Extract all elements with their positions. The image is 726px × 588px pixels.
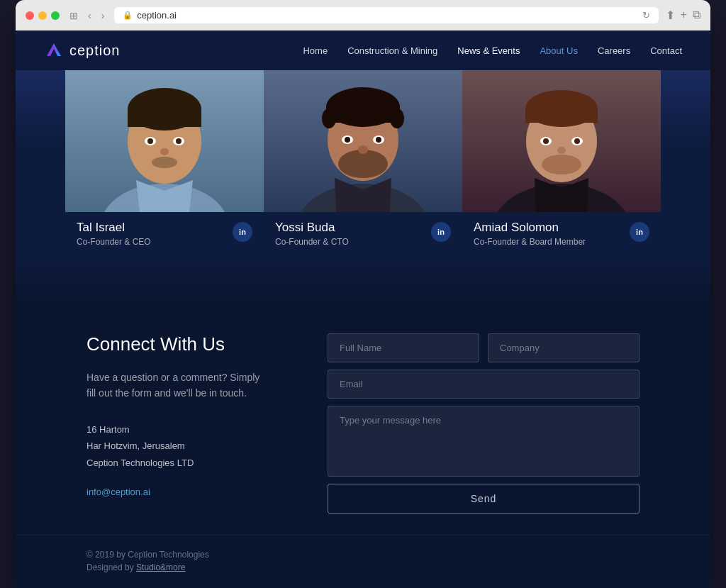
team-section: Tal Israel Co-Founder & CEO in	[16, 70, 710, 255]
footer-copyright: © 2019 by Ception Technologies	[86, 550, 640, 560]
contact-description: Have a question or a comment? Simply fil…	[86, 370, 271, 401]
person-silhouette-amiad	[462, 70, 661, 212]
address-line2: Har Hotzvim, Jerusalem	[86, 438, 271, 454]
address-line1: 16 Hartom	[86, 421, 271, 438]
team-member-name-amiad: Amiad Solomon	[474, 221, 586, 235]
browser-nav-controls: ⊞ ‹ ›	[67, 9, 107, 23]
logo-text: ception	[69, 43, 121, 59]
url-text: ception.ai	[137, 10, 177, 21]
navbar: ception Home Construction & Mining News …	[16, 30, 710, 70]
nav-links: Home Construction & Mining News & Events…	[303, 45, 682, 56]
svg-point-37	[543, 138, 549, 144]
svg-rect-33	[525, 109, 598, 123]
svg-rect-7	[128, 109, 201, 127]
svg-point-39	[557, 147, 566, 154]
lock-icon: 🔒	[123, 11, 133, 20]
person-photo-amiad	[462, 70, 661, 212]
linkedin-btn-tal[interactable]: in	[233, 222, 252, 242]
person-silhouette-yossi	[264, 70, 462, 212]
divider-section	[16, 255, 710, 298]
team-card-tal-israel: Tal Israel Co-Founder & CEO in	[65, 70, 264, 255]
email-input[interactable]	[328, 370, 640, 399]
svg-point-10	[147, 138, 153, 144]
team-member-details-tal: Tal Israel Co-Founder & CEO	[77, 221, 151, 247]
browser-actions: ⬆ + ⧉	[666, 9, 700, 22]
svg-point-34	[542, 155, 581, 174]
team-card-amiad-solomon: Amiad Solomon Co-Founder & Board Member …	[462, 70, 661, 255]
form-row-name-company	[328, 333, 640, 362]
team-card-info-yossi: Yossi Buda Co-Founder & CTO in	[264, 212, 462, 255]
footer: © 2019 by Ception Technologies Designed …	[16, 535, 710, 588]
browser-chrome: ⊞ ‹ › 🔒 ception.ai ↻ ⬆ + ⧉	[16, 0, 710, 30]
nav-news-events[interactable]: News & Events	[457, 45, 520, 56]
nav-about[interactable]: About Us	[540, 45, 577, 56]
svg-point-20	[322, 109, 336, 128]
svg-point-12	[160, 148, 169, 155]
team-card-yossi-buda: Yossi Buda Co-Founder & CTO in	[264, 70, 462, 255]
contact-section: Connect With Us Have a question or a com…	[16, 298, 710, 535]
linkedin-btn-yossi[interactable]: in	[431, 222, 451, 242]
contact-form: Send	[328, 333, 640, 514]
browser-window: ⊞ ‹ › 🔒 ception.ai ↻ ⬆ + ⧉ ception	[16, 0, 710, 588]
minimize-button[interactable]	[38, 11, 47, 20]
svg-point-13	[152, 157, 177, 168]
footer-designed-text: Designed by	[86, 562, 136, 572]
forward-button[interactable]: ›	[99, 9, 108, 23]
contact-left: Connect With Us Have a question or a com…	[86, 333, 271, 514]
send-button[interactable]: Send	[328, 484, 640, 514]
team-member-title-tal: Co-Founder & CEO	[77, 237, 151, 247]
person-photo-tal	[65, 70, 264, 212]
address-line3: Ception Technologies LTD	[86, 455, 271, 471]
person-photo-yossi	[264, 70, 462, 212]
logo[interactable]: ception	[44, 40, 121, 60]
team-member-title-yossi: Co-Founder & CTO	[275, 237, 349, 247]
traffic-lights	[26, 11, 60, 20]
team-member-title-amiad: Co-Founder & Board Member	[474, 237, 586, 247]
linkedin-btn-amiad[interactable]: in	[630, 222, 649, 242]
svg-point-21	[390, 109, 404, 128]
maximize-button[interactable]	[51, 11, 60, 20]
contact-email[interactable]: info@ception.ai	[86, 487, 150, 497]
svg-point-38	[574, 138, 580, 144]
share-icon[interactable]: ⬆	[666, 9, 675, 22]
svg-rect-19	[326, 107, 400, 123]
person-silhouette-tal	[65, 70, 264, 212]
company-input[interactable]	[488, 333, 640, 362]
logo-icon	[44, 40, 64, 60]
contact-title: Connect With Us	[86, 333, 271, 355]
address-bar[interactable]: 🔒 ception.ai ↻	[114, 7, 658, 23]
refresh-icon[interactable]: ↻	[642, 10, 650, 21]
team-member-name-yossi: Yossi Buda	[275, 221, 349, 235]
team-member-name-tal: Tal Israel	[77, 221, 151, 235]
back-button[interactable]: ‹	[85, 9, 94, 23]
svg-point-26	[376, 137, 381, 143]
nav-home[interactable]: Home	[303, 45, 328, 56]
contact-address: 16 Hartom Har Hotzvim, Jerusalem Ception…	[86, 421, 271, 471]
svg-point-27	[358, 145, 368, 154]
studio-more-link[interactable]: Studio&more	[136, 562, 185, 572]
full-name-input[interactable]	[328, 333, 479, 362]
team-card-info-amiad: Amiad Solomon Co-Founder & Board Member …	[462, 212, 661, 255]
svg-point-11	[176, 138, 182, 144]
page-content: ception Home Construction & Mining News …	[16, 30, 710, 588]
nav-careers[interactable]: Careers	[598, 45, 630, 56]
new-tab-icon[interactable]: +	[681, 9, 687, 22]
footer-designed-by: Designed by Studio&more	[86, 562, 640, 572]
team-member-details-yossi: Yossi Buda Co-Founder & CTO	[275, 221, 349, 247]
team-member-details-amiad: Amiad Solomon Co-Founder & Board Member	[474, 221, 586, 247]
svg-point-25	[345, 137, 350, 143]
tabs-icon[interactable]: ⧉	[693, 9, 700, 22]
nav-contact[interactable]: Contact	[650, 45, 682, 56]
message-textarea[interactable]	[328, 406, 640, 477]
team-card-info-tal: Tal Israel Co-Founder & CEO in	[65, 212, 264, 255]
nav-construction[interactable]: Construction & Mining	[347, 45, 437, 56]
layout-icon[interactable]: ⊞	[67, 9, 81, 23]
close-button[interactable]	[26, 11, 34, 20]
